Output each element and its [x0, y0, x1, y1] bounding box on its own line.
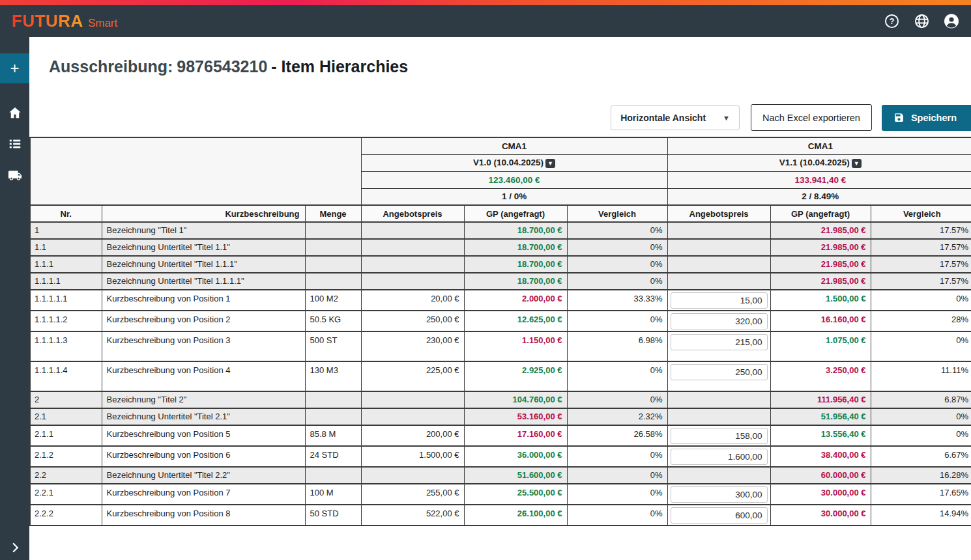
col-header-nr: Nr.: [30, 205, 102, 222]
table-row: 1.1.1.1.2Kurzbeschreibung von Position 2…: [30, 311, 971, 331]
row-description: Kurzbeschreibung von Position 4: [102, 361, 305, 391]
row-offer-price-v1: 522,00 €: [361, 505, 464, 525]
row-nr: 1.1.1: [30, 256, 102, 273]
row-offer-price-v2-cell: [667, 273, 770, 290]
table-row: 1.1.1.1.1Kurzbeschreibung von Position 1…: [30, 290, 971, 311]
row-gp-v1: 2.925,00 €: [464, 361, 567, 391]
row-compare-v2: 16.28%: [871, 467, 971, 484]
sidebar: +: [0, 37, 29, 560]
row-compare-v1: 33.33%: [567, 290, 667, 311]
offer-price-input[interactable]: [671, 449, 768, 465]
row-quantity: 500 ST: [305, 331, 361, 361]
row-compare-v1: 0%: [567, 467, 667, 484]
home-icon[interactable]: [8, 105, 22, 120]
row-offer-price-v2-cell: [667, 290, 770, 311]
row-compare-v2: 6.67%: [871, 446, 971, 467]
offer-price-input[interactable]: [671, 292, 768, 309]
row-quantity: 85.8 M: [305, 425, 361, 446]
view-mode-select[interactable]: Horizontale Ansicht ▼: [611, 105, 740, 130]
offer-price-input[interactable]: [671, 428, 768, 444]
expand-chevron-icon[interactable]: [0, 542, 29, 553]
group2-version-dropdown-icon[interactable]: ▼: [852, 159, 862, 168]
row-offer-price-v2-cell: [667, 484, 770, 505]
save-icon: [893, 112, 905, 123]
row-compare-v1: 0%: [567, 505, 667, 525]
group1-total: 123.460,00 €: [361, 171, 667, 188]
group2-total: 133.941,40 €: [667, 171, 971, 188]
row-offer-price-v1: 225,00 €: [361, 361, 464, 391]
offer-price-input[interactable]: [671, 486, 768, 503]
row-compare-v1: 0%: [567, 311, 667, 331]
offer-price-input[interactable]: [671, 313, 768, 329]
row-quantity: 100 M: [305, 484, 361, 505]
group1-version-dropdown-icon[interactable]: ▼: [545, 159, 555, 168]
table-row: 1.1.1Bezeichnung Untertitel "Titel 1.1.1…: [30, 256, 971, 273]
col-header-vergleich-2: Vergleich: [871, 205, 971, 222]
row-gp-v1: 36.000,00 €: [464, 446, 567, 467]
view-mode-value: Horizontale Ansicht: [620, 113, 706, 123]
row-offer-price-v2-cell: [667, 331, 770, 361]
row-compare-v1: 0%: [567, 239, 667, 256]
col-header-kurzbeschreibung: Kurzbeschreibung: [102, 205, 305, 222]
row-offer-price-v2-cell: [667, 361, 770, 391]
save-button[interactable]: Speichern: [882, 105, 971, 131]
row-description: Kurzbeschreibung von Position 2: [102, 311, 305, 331]
offer-price-input[interactable]: [671, 334, 768, 350]
col-header-vergleich-1: Vergleich: [567, 205, 667, 222]
page-title-number: 9876543210: [177, 57, 267, 76]
svg-text:?: ?: [889, 17, 894, 26]
table-row: 2.2.1Kurzbeschreibung von Position 7100 …: [30, 484, 971, 505]
language-globe-icon[interactable]: [914, 14, 929, 29]
group2-version: V1.1 (10.04.2025): [779, 158, 850, 167]
row-description: Kurzbeschreibung von Position 8: [102, 505, 305, 525]
row-compare-v1: 0%: [567, 273, 667, 290]
plus-icon[interactable]: +: [0, 53, 29, 83]
row-gp-v1: 18.700,00 €: [464, 239, 567, 256]
row-description: Kurzbeschreibung von Position 3: [102, 331, 305, 361]
row-gp-v2: 21.985,00 €: [770, 273, 871, 290]
row-gp-v2: 38.400,00 €: [770, 446, 871, 467]
row-offer-price-v1: [361, 273, 464, 290]
app-logo-suffix: Smart: [88, 13, 117, 30]
row-gp-v1: 2.000,00 €: [464, 290, 567, 311]
save-button-label: Speichern: [911, 113, 957, 123]
row-quantity: [305, 408, 361, 425]
row-gp-v2: 21.985,00 €: [770, 239, 871, 256]
export-excel-button[interactable]: Nach Excel exportieren: [751, 104, 872, 131]
row-offer-price-v1: 250,00 €: [361, 311, 464, 331]
row-offer-price-v2-cell: [667, 391, 770, 408]
row-compare-v1: 0%: [567, 446, 667, 467]
row-compare-v2: 17.57%: [871, 273, 971, 290]
row-offer-price-v1: [361, 408, 464, 425]
row-gp-v2: 51.956,40 €: [770, 408, 871, 425]
row-quantity: [305, 239, 361, 256]
row-compare-v1: 0%: [567, 256, 667, 273]
group1-version: V1.0 (10.04.2025): [473, 158, 543, 167]
row-nr: 1.1: [30, 239, 102, 256]
row-compare-v1: 0%: [567, 391, 667, 408]
row-gp-v1: 53.160,00 €: [464, 408, 567, 425]
row-gp-v2: 21.985,00 €: [770, 222, 871, 239]
row-nr: 1.1.1.1: [30, 273, 102, 290]
col-header-gp-2: GP (angefragt): [770, 205, 871, 222]
truck-icon[interactable]: [8, 168, 22, 182]
list-icon[interactable]: [8, 137, 22, 151]
account-icon[interactable]: [944, 14, 959, 29]
row-nr: 1: [30, 222, 102, 239]
row-offer-price-v1: [361, 391, 464, 408]
group1-rank: 1 / 0%: [361, 188, 667, 205]
offer-price-input[interactable]: [671, 507, 768, 524]
col-header-angebotspreis-1: Angebotspreis: [361, 205, 464, 222]
row-compare-v1: 6.98%: [567, 331, 667, 361]
row-gp-v2: 1.075,00 €: [770, 331, 871, 361]
help-icon[interactable]: ?: [884, 14, 899, 29]
row-nr: 2.2: [30, 467, 102, 484]
row-offer-price-v2-cell: [667, 425, 770, 446]
table-row: 2.2.2Kurzbeschreibung von Position 850 S…: [30, 505, 971, 525]
row-gp-v1: 51.600,00 €: [464, 467, 567, 484]
toolbar: Horizontale Ansicht ▼ Nach Excel exporti…: [611, 104, 971, 131]
table-row: 2Bezeichnung "Titel 2"104.760,00 €0%111.…: [30, 391, 971, 408]
chevron-down-icon: ▼: [723, 114, 730, 122]
row-gp-v1: 18.700,00 €: [464, 222, 567, 239]
offer-price-input[interactable]: [671, 364, 768, 380]
